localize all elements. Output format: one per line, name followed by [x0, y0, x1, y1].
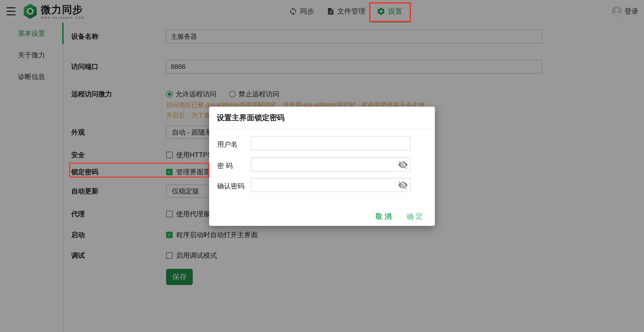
username-input-wrap [251, 136, 410, 150]
dialog-header: 设置主界面锁定密码 [209, 107, 435, 129]
lock-password-dialog: 设置主界面锁定密码 用户名 密 码 确认密码 取消 [209, 107, 435, 226]
eye-off-icon [398, 180, 408, 190]
dialog-title: 设置主界面锁定密码 [217, 113, 285, 123]
confirm-button[interactable]: 确定 [407, 212, 425, 221]
password-input[interactable] [251, 158, 410, 172]
app-window: 微力同步 www.verysync.com 同步 文件管理 设置 [0, 0, 644, 332]
confirm-password-input-wrap [251, 178, 410, 192]
username-label: 用户名 [217, 140, 251, 149]
password-label: 密 码 [217, 161, 251, 170]
username-input[interactable] [251, 136, 410, 150]
password-input-wrap [251, 158, 410, 172]
dialog-footer: 取消 确定 [375, 212, 425, 221]
toggle-confirm-visibility-button[interactable] [398, 180, 408, 190]
eye-off-icon [398, 160, 408, 170]
toggle-password-visibility-button[interactable] [398, 160, 408, 170]
cancel-button[interactable]: 取消 [375, 212, 394, 221]
confirm-password-input[interactable] [251, 178, 410, 192]
confirm-password-label: 确认密码 [217, 182, 251, 191]
